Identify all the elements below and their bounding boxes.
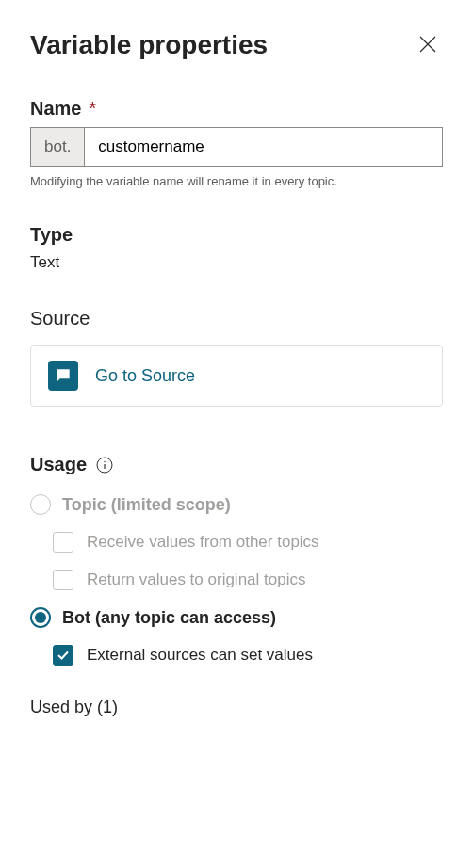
close-icon: [419, 36, 436, 56]
checkbox-icon: [53, 645, 73, 666]
required-marker: *: [89, 98, 96, 120]
radio-bot-label: Bot (any topic can access): [62, 608, 276, 628]
name-input[interactable]: [85, 128, 442, 166]
checkbox-icon: [53, 532, 73, 553]
name-field-container: bot.: [30, 127, 443, 167]
source-label: Source: [30, 308, 443, 330]
source-card[interactable]: Go to Source: [30, 345, 443, 407]
chat-icon: [48, 361, 78, 391]
name-label: Name *: [30, 98, 443, 120]
info-icon[interactable]: [96, 457, 113, 474]
radio-circle-icon: [30, 607, 51, 628]
radio-circle-icon: [30, 494, 51, 515]
close-button[interactable]: [413, 30, 443, 60]
checkbox-return-label: Return values to original topics: [87, 571, 305, 589]
checkbox-receive-label: Receive values from other topics: [87, 533, 319, 552]
radio-topic[interactable]: Topic (limited scope): [30, 494, 443, 515]
checkbox-external-label: External sources can set values: [87, 646, 313, 665]
source-link-text: Go to Source: [95, 366, 195, 386]
usage-label: Usage: [30, 454, 87, 475]
checkbox-external[interactable]: External sources can set values: [53, 645, 443, 666]
checkbox-icon: [53, 570, 73, 590]
checkbox-return[interactable]: Return values to original topics: [53, 570, 443, 590]
checkbox-receive[interactable]: Receive values from other topics: [53, 532, 443, 553]
panel-title: Variable properties: [30, 30, 268, 60]
name-prefix: bot.: [31, 128, 85, 166]
type-label: Type: [30, 224, 443, 246]
used-by-label[interactable]: Used by (1): [30, 698, 443, 717]
radio-topic-label: Topic (limited scope): [62, 495, 231, 515]
name-label-text: Name: [30, 98, 81, 120]
type-value: Text: [30, 253, 443, 272]
radio-bot[interactable]: Bot (any topic can access): [30, 607, 443, 628]
name-helper-text: Modifying the variable name will rename …: [30, 174, 443, 188]
svg-point-3: [104, 460, 105, 461]
